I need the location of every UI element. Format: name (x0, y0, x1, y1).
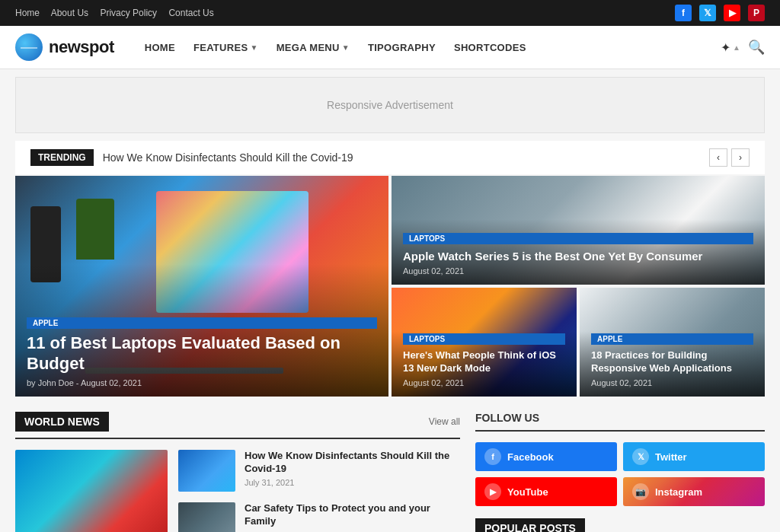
nav-megamenu[interactable]: MEGA MENU ▼ (269, 36, 357, 59)
nav-shortcodes[interactable]: SHORTCODES (446, 36, 534, 59)
topbar-about[interactable]: About Us (51, 8, 88, 18)
featured-main-overlay: APPLE 11 of Best Laptops Evaluated Based… (15, 176, 388, 397)
news-item[interactable]: Car Safety Tips to Protect you and your … (178, 502, 460, 532)
header-right: ✦ ▲ 🔍 (721, 39, 765, 56)
follow-us-header: FOLLOW US (475, 412, 765, 432)
sidebar: FOLLOW US f Facebook 𝕏 Twitter ▶ YouTube (475, 412, 765, 532)
follow-us-section: FOLLOW US f Facebook 𝕏 Twitter ▶ YouTube (475, 412, 765, 506)
trending-prev-button[interactable]: ‹ (709, 148, 727, 167)
dark-mode-label: ▲ (733, 43, 740, 52)
twitter-follow-button[interactable]: 𝕏 Twitter (623, 442, 765, 471)
world-news-section: WORLD NEWS View all How We Know Disinfec… (15, 412, 460, 532)
featured-grid: APPLE 11 of Best Laptops Evaluated Based… (15, 176, 765, 397)
features-dropdown-icon: ▼ (250, 43, 257, 52)
news-list: How We Know Disinfectants Should Kill th… (178, 450, 460, 532)
featured-top-right-article[interactable]: LAPTOPS Apple Watch Series 5 is the Best… (392, 176, 765, 285)
featured-main-category[interactable]: APPLE (27, 317, 377, 329)
instagram-icon: 📷 (632, 483, 649, 500)
news-main-thumbnail (15, 450, 168, 532)
youtube-icon: ▶ (484, 483, 501, 500)
news-item-date: July 31, 2021 (245, 478, 460, 487)
featured-bottom-left-overlay: LAPTOPS Here's What People Think of iOS … (392, 288, 577, 397)
trending-text: How We Know Disinfectants Should Kill th… (103, 151, 709, 164)
topbar-twitter-icon[interactable]: 𝕏 (699, 5, 716, 21)
megamenu-dropdown-icon: ▼ (342, 43, 350, 52)
news-thumb-car (178, 502, 235, 532)
world-news-header: WORLD NEWS View all (15, 412, 460, 439)
featured-top-right-date: August 02, 2021 (403, 266, 753, 276)
facebook-icon: f (484, 448, 501, 465)
instagram-follow-button[interactable]: 📷 Instagram (623, 477, 765, 506)
featured-bottom-right-category[interactable]: APPLE (591, 333, 753, 345)
dark-mode-toggle[interactable]: ✦ ▲ (721, 40, 740, 55)
header: newspot HOME FEATURES ▼ MEGA MENU ▼ TIPO… (0, 26, 780, 69)
topbar-contact[interactable]: Contact Us (168, 8, 213, 18)
news-item-title: How We Know Disinfectants Should Kill th… (245, 450, 460, 476)
news-grid: How We Know Disinfectants Should Kill th… (15, 450, 460, 532)
ad-text: Responsive Advertisement (327, 99, 453, 111)
featured-bottom-right-article[interactable]: APPLE 18 Practices for Building Responsi… (580, 288, 765, 397)
top-bar: Home About Us Privacy Policy Contact Us … (0, 0, 780, 26)
ad-banner: Responsive Advertisement (15, 77, 765, 133)
featured-right: LAPTOPS Apple Watch Series 5 is the Best… (392, 176, 765, 397)
topbar-youtube-icon[interactable]: ▶ (724, 5, 740, 21)
topbar-pinterest-icon[interactable]: P (748, 5, 765, 21)
featured-top-right-category[interactable]: LAPTOPS (403, 233, 753, 244)
social-buttons: f Facebook 𝕏 Twitter ▶ YouTube 📷 Instagr… (475, 442, 765, 506)
featured-top-right-title: Apple Watch Series 5 is the Best One Yet… (403, 249, 753, 264)
youtube-follow-button[interactable]: ▶ YouTube (475, 477, 617, 506)
nav-features[interactable]: FEATURES ▼ (186, 36, 266, 59)
bottom-grid: WORLD NEWS View all How We Know Disinfec… (15, 412, 765, 532)
trending-next-button[interactable]: › (731, 148, 750, 167)
topbar-privacy[interactable]: Privacy Policy (100, 8, 157, 18)
search-icon[interactable]: 🔍 (748, 39, 765, 56)
featured-bottom-left-article[interactable]: LAPTOPS Here's What People Think of iOS … (392, 288, 577, 397)
news-item[interactable]: How We Know Disinfectants Should Kill th… (178, 450, 460, 492)
featured-bottom-right-title: 18 Practices for Building Responsive Web… (591, 349, 753, 375)
logo[interactable]: newspot (15, 33, 114, 61)
featured-main-article[interactable]: APPLE 11 of Best Laptops Evaluated Based… (15, 176, 388, 397)
news-item-content: How We Know Disinfectants Should Kill th… (245, 450, 460, 487)
topbar-facebook-icon[interactable]: f (675, 5, 692, 21)
featured-main-meta: by John Doe - August 02, 2021 (27, 378, 377, 387)
trending-label: TRENDING (30, 149, 94, 166)
featured-bottom-right-overlay: APPLE 18 Practices for Building Responsi… (580, 288, 765, 397)
news-item-title: Car Safety Tips to Protect you and your … (245, 502, 460, 528)
top-bar-links: Home About Us Privacy Policy Contact Us (15, 8, 223, 18)
facebook-follow-button[interactable]: f Facebook (475, 442, 617, 471)
featured-bottom-left-category[interactable]: LAPTOPS (403, 333, 565, 345)
topbar-home[interactable]: Home (15, 8, 40, 18)
top-bar-socials: f 𝕏 ▶ P (675, 5, 765, 21)
nav-home[interactable]: HOME (137, 36, 183, 59)
popular-posts-header: POPULAR POSTS (475, 518, 765, 532)
follow-us-title: FOLLOW US (475, 412, 539, 424)
view-all-link[interactable]: View all (429, 416, 460, 427)
moon-icon: ✦ (721, 40, 730, 55)
featured-top-right-overlay: LAPTOPS Apple Watch Series 5 is the Best… (392, 176, 765, 285)
featured-main-title: 11 of Best Laptops Evaluated Based on Bu… (27, 333, 377, 374)
main-nav: HOME FEATURES ▼ MEGA MENU ▼ TIPOGRAPHY S… (137, 36, 721, 59)
trending-bar: TRENDING How We Know Disinfectants Shoul… (15, 141, 765, 174)
nav-typography[interactable]: TIPOGRAPHY (360, 36, 443, 59)
logo-text: newspot (49, 37, 114, 57)
popular-posts-section: POPULAR POSTS (475, 518, 765, 532)
trending-nav: ‹ › (709, 148, 750, 167)
news-item-content: Car Safety Tips to Protect you and your … (245, 502, 460, 532)
logo-globe-icon (15, 33, 43, 61)
featured-bottom-right-date: August 02, 2021 (591, 378, 753, 387)
featured-bottom-row: LAPTOPS Here's What People Think of iOS … (392, 288, 765, 397)
featured-bottom-left-date: August 02, 2021 (403, 378, 565, 387)
news-thumb-covid (178, 450, 235, 492)
main-content: APPLE 11 of Best Laptops Evaluated Based… (0, 176, 780, 532)
featured-bottom-left-title: Here's What People Think of iOS 13 New D… (403, 349, 565, 375)
twitter-icon: 𝕏 (632, 448, 649, 465)
popular-posts-title: POPULAR POSTS (475, 518, 585, 532)
world-news-title: WORLD NEWS (15, 412, 109, 432)
